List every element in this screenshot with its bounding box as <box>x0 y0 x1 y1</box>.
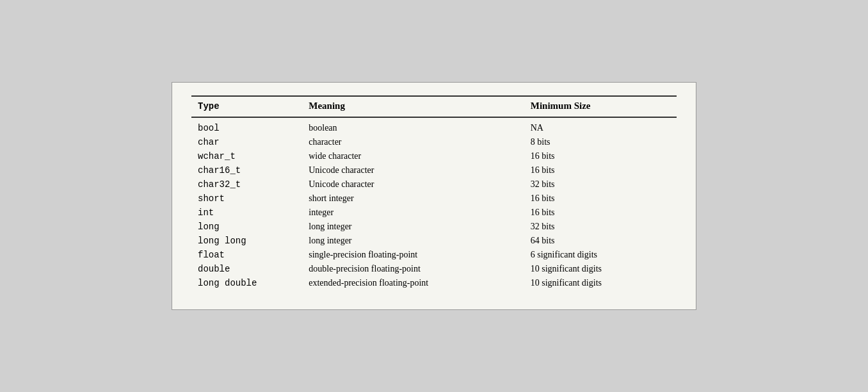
table-row: doubledouble-precision floating-point10 … <box>191 262 677 276</box>
cell-meaning: single-precision floating-point <box>302 248 524 262</box>
cell-size: 16 bits <box>524 206 677 220</box>
cell-size: 16 bits <box>524 149 677 163</box>
cell-type: float <box>191 248 302 262</box>
cell-type: char32_t <box>191 177 302 192</box>
table-row: char16_tUnicode character16 bits <box>191 163 677 177</box>
table-row: shortshort integer16 bits <box>191 192 677 206</box>
cell-type: long long <box>191 234 302 248</box>
cell-type: int <box>191 206 302 220</box>
cell-type: char <box>191 135 302 149</box>
cell-type: double <box>191 262 302 276</box>
cell-type: bool <box>191 117 302 135</box>
cell-size: 16 bits <box>524 163 677 177</box>
cell-meaning: wide character <box>302 149 524 163</box>
column-header-size: Minimum Size <box>524 96 677 117</box>
cell-meaning: character <box>302 135 524 149</box>
cell-size: 10 significant digits <box>524 276 677 290</box>
cell-size: 10 significant digits <box>524 262 677 276</box>
table-row: long doubleextended-precision floating-p… <box>191 276 677 290</box>
table-row: floatsingle-precision floating-point6 si… <box>191 248 677 262</box>
cell-meaning: Unicode character <box>302 163 524 177</box>
table-row: intinteger16 bits <box>191 206 677 220</box>
table-body: boolbooleanNAcharcharacter8 bitswchar_tw… <box>191 117 677 290</box>
cell-meaning: Unicode character <box>302 177 524 192</box>
cell-meaning: extended-precision floating-point <box>302 276 524 290</box>
column-header-meaning: Meaning <box>302 96 524 117</box>
column-header-type: Type <box>191 96 302 117</box>
cell-size: 64 bits <box>524 234 677 248</box>
cell-meaning: long integer <box>302 234 524 248</box>
cell-type: long double <box>191 276 302 290</box>
cell-type: char16_t <box>191 163 302 177</box>
cell-type: short <box>191 192 302 206</box>
cell-type: long <box>191 220 302 234</box>
cell-type: wchar_t <box>191 149 302 163</box>
table-row: char32_tUnicode character32 bits <box>191 177 677 192</box>
cell-meaning: double-precision floating-point <box>302 262 524 276</box>
table-row: boolbooleanNA <box>191 117 677 135</box>
table-row: wchar_twide character16 bits <box>191 149 677 163</box>
cell-size: 16 bits <box>524 192 677 206</box>
cell-meaning: long integer <box>302 220 524 234</box>
data-types-table: Type Meaning Minimum Size boolbooleanNAc… <box>191 95 677 290</box>
cell-size: 8 bits <box>524 135 677 149</box>
table-row: charcharacter8 bits <box>191 135 677 149</box>
cell-meaning: integer <box>302 206 524 220</box>
data-types-table-container: Type Meaning Minimum Size boolbooleanNAc… <box>172 82 696 310</box>
cell-size: 32 bits <box>524 220 677 234</box>
cell-size: 6 significant digits <box>524 248 677 262</box>
cell-meaning: boolean <box>302 117 524 135</box>
table-row: longlong integer32 bits <box>191 220 677 234</box>
cell-size: NA <box>524 117 677 135</box>
table-header-row: Type Meaning Minimum Size <box>191 96 677 117</box>
cell-meaning: short integer <box>302 192 524 206</box>
table-row: long longlong integer64 bits <box>191 234 677 248</box>
cell-size: 32 bits <box>524 177 677 192</box>
